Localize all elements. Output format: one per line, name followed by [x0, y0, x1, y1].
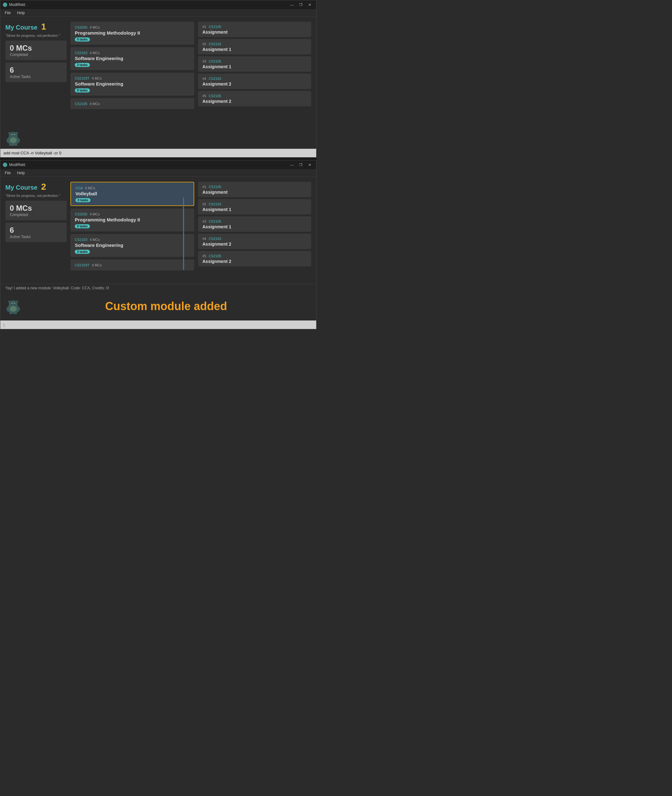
task-item-2-4[interactable]: #5 CS2105 Assignment 2 [198, 251, 311, 266]
task-course-1-2: CS2105 [209, 59, 221, 63]
command-bar-2 [0, 321, 316, 329]
task-badge-2-2: 3 tasks [75, 250, 90, 254]
app-content-2: My Course 2 "Strive for progress, not pe… [0, 177, 316, 284]
task-num-2-2: #3 [202, 220, 206, 223]
close-btn-1[interactable]: ✕ [306, 1, 314, 8]
snorlax-area-1 [0, 124, 316, 149]
task-num-1-2: #3 [202, 59, 206, 63]
course-name-2-2: Software Engineering [75, 242, 190, 248]
minimize-btn-1[interactable]: — [288, 1, 296, 8]
course-card-2-2[interactable]: CS2103 4 MCs Software Engineering 3 task… [70, 234, 194, 257]
stat-mcs-number-1: 0 MCs [10, 44, 62, 53]
svg-point-4 [10, 138, 17, 143]
task-item-2-2[interactable]: #3 CS2105 Assignment 1 [198, 217, 311, 232]
left-panel-1: My Course 1 "Strive for progress, not pe… [5, 22, 67, 119]
middle-panel-2: CCA 0 MCs Volleyball 0 tasks CS2030 4 MC… [70, 182, 194, 279]
course-card-header-2-0: CCA 0 MCs [75, 186, 189, 190]
course-card-header-2-3: CS2103T 4 MCs [75, 263, 190, 267]
task-header-1-4: #5 CS2105 [202, 93, 307, 98]
course-card-1-0[interactable]: CS2030 4 MCs Programming Methodology II … [70, 22, 194, 45]
task-header-1-2: #3 CS2105 [202, 59, 307, 64]
command-input-1[interactable] [3, 151, 313, 156]
left-panel-2: My Course 2 "Strive for progress, not pe… [5, 182, 67, 279]
stat-card-mcs-1: 0 MCs Completed [5, 40, 67, 60]
svg-line-13 [12, 145, 13, 146]
task-course-2-4: CS2105 [209, 254, 221, 258]
svg-point-23 [8, 301, 11, 303]
stat-card-tasks-1: 6 Active Tasks [5, 63, 67, 82]
menu-file-1[interactable]: File [2, 10, 14, 16]
command-input-2[interactable] [3, 323, 313, 327]
course-code-2-0: CCA [75, 186, 83, 190]
course-credits-1-3: 4 MCs [90, 102, 100, 106]
course-credits-2-3: 4 MCs [92, 263, 102, 267]
course-credits-2-0: 0 MCs [85, 186, 95, 190]
task-name-2-4: Assignment 2 [202, 259, 307, 264]
task-name-2-3: Assignment 2 [202, 242, 307, 247]
snorlax-icon-2 [5, 298, 21, 314]
course-card-2-1[interactable]: CS2030 4 MCs Programming Methodology II … [70, 209, 194, 231]
task-item-2-1[interactable]: #2 CS2103 Assignment 1 [198, 199, 311, 215]
window-title-1: ModtRekt [9, 3, 25, 7]
task-badge-1-0: 0 tasks [75, 37, 90, 42]
task-course-1-1: CS2103 [209, 42, 221, 46]
task-item-1-1[interactable]: #2 CS2103 Assignment 1 [198, 39, 311, 55]
menu-file-2[interactable]: File [2, 170, 14, 176]
menu-help-1[interactable]: Help [14, 10, 28, 16]
course-card-1-1[interactable]: CS2103 4 MCs Software Engineering 3 task… [70, 47, 194, 70]
task-name-2-1: Assignment 1 [202, 207, 307, 212]
title-bar-2: ModtRekt — ❐ ✕ [0, 160, 316, 169]
task-item-2-0[interactable]: #1 CS2105 Assignment [198, 182, 311, 197]
course-card-2-0[interactable]: CCA 0 MCs Volleyball 0 tasks [70, 182, 194, 206]
stat-tasks-number-2: 6 [10, 226, 62, 234]
course-credits-1-0: 4 MCs [90, 26, 100, 29]
task-header-2-2: #3 CS2105 [202, 219, 307, 224]
restore-btn-2[interactable]: ❐ [297, 161, 305, 168]
stat-mcs-number-2: 0 MCs [10, 204, 62, 213]
snorlax-annotation-area: Custom module added [0, 292, 316, 321]
course-code-2-3: CS2103T [75, 263, 89, 267]
window-1: ModtRekt — ❐ ✕ File Help My Course 1 "St… [0, 0, 317, 157]
task-num-1-1: #2 [202, 42, 206, 46]
course-card-1-2[interactable]: CS2103T 4 MCs Software Engineering 0 tas… [70, 73, 194, 96]
svg-line-14 [13, 145, 14, 146]
course-card-header-2-1: CS2030 4 MCs [75, 212, 190, 217]
menu-bar-1: File Help [0, 9, 316, 17]
task-header-2-4: #5 CS2105 [202, 254, 307, 258]
task-item-2-3[interactable]: #4 CS2103 Assignment 2 [198, 234, 311, 249]
task-item-1-3[interactable]: #4 CS2103 Assignment 2 [198, 74, 311, 89]
panel-number-2: 2 [41, 182, 46, 191]
task-course-2-3: CS2103 [209, 237, 221, 241]
task-course-1-0: CS2105 [209, 25, 221, 29]
course-card-2-3[interactable]: CS2103T 4 MCs [70, 260, 194, 270]
task-badge-1-2: 0 tasks [75, 88, 90, 93]
task-course-2-2: CS2105 [209, 220, 221, 223]
task-header-1-3: #4 CS2103 [202, 76, 307, 81]
task-item-1-0[interactable]: #1 CS2105 Assignment [198, 22, 311, 37]
motto-1: "Strive for progress, not perfection." [5, 34, 67, 37]
stat-mcs-label-1: Completed [10, 53, 62, 57]
menu-help-2[interactable]: Help [14, 170, 28, 176]
stat-tasks-number-1: 6 [10, 66, 62, 75]
restore-btn-1[interactable]: ❐ [297, 1, 305, 8]
task-item-1-2[interactable]: #3 CS2105 Assignment 1 [198, 56, 311, 72]
stat-tasks-label-2: Active Tasks [10, 234, 62, 239]
task-num-2-3: #4 [202, 237, 206, 241]
task-num-2-1: #2 [202, 202, 206, 206]
window-2: ModtRekt — ❐ ✕ File Help My Course 2 "St… [0, 160, 317, 329]
task-badge-1-1: 3 tasks [75, 63, 90, 67]
stat-mcs-label-2: Completed [10, 213, 62, 217]
minimize-btn-2[interactable]: — [288, 161, 296, 168]
task-item-1-4[interactable]: #5 CS2105 Assignment 2 [198, 91, 311, 106]
course-card-header-2-2: CS2103 4 MCs [75, 237, 190, 242]
stat-card-mcs-2: 0 MCs Completed [5, 201, 67, 220]
task-course-2-0: CS2105 [209, 185, 221, 189]
svg-point-24 [16, 301, 18, 303]
task-course-2-1: CS2103 [209, 202, 221, 206]
close-btn-2[interactable]: ✕ [306, 161, 314, 168]
course-card-1-3[interactable]: CS2105 4 MCs [70, 98, 194, 109]
course-name-2-0: Volleyball [75, 191, 189, 196]
task-course-1-3: CS2103 [209, 77, 221, 80]
app-icon-1 [3, 3, 7, 7]
task-num-1-3: #4 [202, 77, 206, 80]
